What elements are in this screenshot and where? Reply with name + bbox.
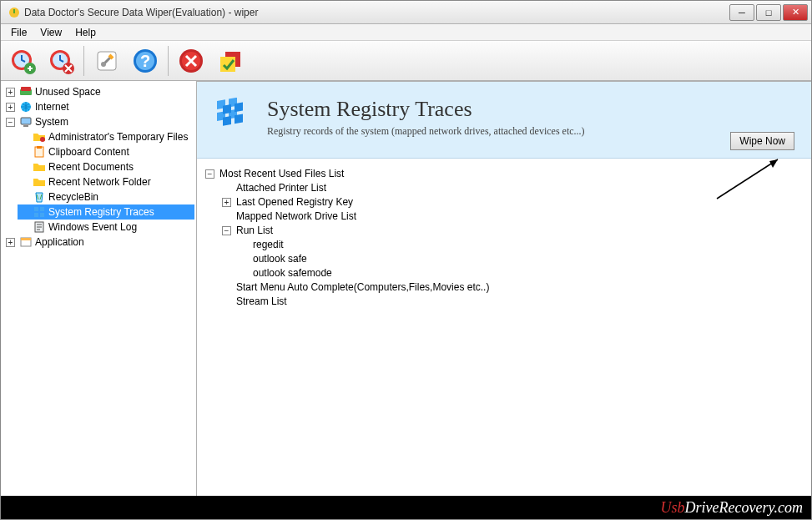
close-button[interactable]: ✕ [783,4,808,21]
tree-item-system[interactable]: − System [4,114,194,129]
detail-label: outlook safe [253,252,307,266]
svg-rect-24 [37,146,42,149]
registry-icon [33,205,46,219]
svg-rect-18 [21,87,31,91]
menubar: File View Help [1,24,811,41]
detail-item-lastreg[interactable]: +Last Opened Registry Key [222,195,806,210]
tree-item-clipboard[interactable]: Clipboard Content [18,144,194,159]
folder-icon [33,160,46,174]
toolbar-settings-button[interactable] [88,44,125,78]
detail-label: Start Menu Auto Complete(Computers,Files… [236,280,489,295]
tree-label: Internet [35,99,69,114]
detail-tree: −Most Recent Used Files List Attached Pr… [197,159,811,496]
wipe-now-button[interactable]: Wipe Now [730,132,794,150]
tree-item-recyclebin[interactable]: RecycleBin [18,189,194,204]
detail-item-outlook-safemode[interactable]: outlook safemode [239,266,806,280]
svg-rect-25 [34,207,38,211]
collapse-icon[interactable]: − [6,118,15,127]
maximize-button[interactable]: □ [756,4,781,21]
svg-point-22 [40,137,45,142]
svg-rect-27 [34,213,38,217]
tree-label: Administrator's Temporary Files [48,129,188,144]
detail-item-runlist[interactable]: −Run List [222,224,806,238]
expand-icon[interactable]: + [6,238,15,247]
toolbar: ? [1,41,811,81]
detail-label: outlook safemode [253,266,332,280]
toolbar-help-button[interactable]: ? [127,44,164,78]
app-icon [8,6,21,19]
computer-icon [19,115,33,129]
expand-icon[interactable]: + [6,88,15,97]
tree-label: Clipboard Content [48,144,129,159]
tree-item-application[interactable]: + Application [4,235,194,250]
clipboard-icon [33,145,46,159]
toolbar-separator [83,46,84,76]
recycle-icon [33,190,46,204]
tree-label: Recent Network Folder [48,174,151,189]
menu-help[interactable]: Help [68,25,103,40]
detail-label: Most Recent Used Files List [219,167,344,181]
detail-label: regedit [253,238,284,252]
detail-item-mru[interactable]: −Most Recent Used Files List [205,167,806,181]
application-icon [19,235,33,249]
expand-icon[interactable]: + [222,198,231,207]
menu-view[interactable]: View [33,25,68,40]
expand-icon[interactable]: + [6,103,15,112]
folder-icon [33,175,46,189]
svg-rect-16 [220,57,235,72]
svg-rect-37 [235,102,243,112]
tree-item-event-log[interactable]: Windows Event Log [18,220,194,235]
tree-item-internet[interactable]: + Internet [4,99,194,114]
tree-label: System [35,114,68,129]
content-header: System Registry Traces Registry records … [197,82,811,159]
content-area: + Unused Space + Internet − System [1,81,811,496]
svg-rect-28 [40,213,44,217]
detail-label: Attached Printer List [236,181,326,195]
toolbar-clock-remove-button[interactable] [43,44,79,78]
tree-label: System Registry Traces [48,204,154,220]
svg-rect-38 [223,116,231,126]
detail-item-mapped[interactable]: Mapped Network Drive List [222,210,806,224]
navigation-tree: + Unused Space + Internet − System [1,81,197,496]
tree-item-unused-space[interactable]: + Unused Space [4,84,194,99]
minimize-button[interactable]: ─ [729,4,754,21]
tree-item-recent-network[interactable]: Recent Network Folder [18,174,194,189]
tree-label: RecycleBin [48,189,98,204]
detail-item-outlook-safe[interactable]: outlook safe [239,252,806,266]
tree-item-admin-temp[interactable]: Administrator's Temporary Files [18,129,194,144]
svg-rect-26 [40,207,44,211]
log-icon [33,220,46,234]
detail-label: Last Opened Registry Key [236,195,353,210]
window-controls: ─ □ ✕ [728,4,808,21]
main-panel: System Registry Traces Registry records … [197,81,811,496]
detail-item-printer[interactable]: Attached Printer List [222,181,806,195]
collapse-icon[interactable]: − [205,169,214,179]
tree-item-registry-traces[interactable]: System Registry Traces [18,204,194,220]
drive-icon [19,85,33,98]
toolbar-clock-add-button[interactable] [4,44,41,78]
detail-label: Run List [236,224,273,238]
folder-icon [33,130,46,144]
content-subtitle: Registry records of the system (mapped n… [267,125,585,138]
detail-label: Stream List [236,295,287,309]
brand-prefix: Usb [661,499,685,517]
footer-brand: UsbDriveRecovery.com [1,496,811,519]
toolbar-action-button[interactable] [211,44,248,78]
tree-label: Unused Space [35,84,101,99]
svg-rect-31 [21,238,31,240]
toolbar-cancel-button[interactable] [173,44,209,78]
detail-item-startmenu[interactable]: Start Menu Auto Complete(Computers,Files… [222,280,806,295]
titlebar: Data Doctor's Secure Data Wiper(Evaluati… [1,1,811,24]
svg-text:?: ? [140,52,150,70]
tree-item-recent-docs[interactable]: Recent Documents [18,159,194,174]
tree-label: Windows Event Log [48,220,137,235]
collapse-icon[interactable]: − [222,226,231,235]
svg-point-9 [101,62,106,67]
detail-item-regedit[interactable]: regedit [239,238,806,252]
svg-rect-36 [223,104,231,114]
window-title: Data Doctor's Secure Data Wiper(Evaluati… [24,7,728,18]
menu-file[interactable]: File [4,25,33,40]
detail-item-stream[interactable]: Stream List [222,295,806,309]
svg-rect-1 [13,9,15,13]
brand-rest: DriveRecovery.com [685,499,803,517]
